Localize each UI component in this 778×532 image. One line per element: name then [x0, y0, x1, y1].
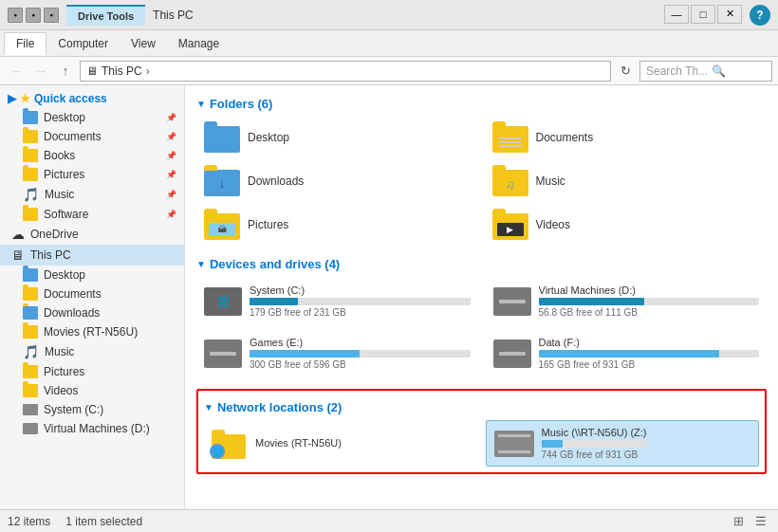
- close-button[interactable]: ✕: [717, 5, 742, 24]
- sidebar-label-documents: Documents: [44, 130, 102, 143]
- main-layout: ▶ ★ Quick access Desktop 📌 Documents 📌 B…: [0, 85, 778, 509]
- forward-button[interactable]: →: [30, 61, 51, 82]
- drive-item-e[interactable]: Games (E:) 300 GB free of 596 GB: [196, 331, 478, 376]
- sidebar-item-vmd[interactable]: Virtual Machines (D:): [0, 419, 184, 438]
- drives-section-header: ▼ Devices and drives (4): [196, 257, 767, 271]
- sidebar-label-pictures: Pictures: [44, 168, 84, 181]
- drive-free-d: 56.8 GB free of 111 GB: [539, 307, 760, 318]
- path-label: This PC: [102, 64, 142, 78]
- folder-item-pictures[interactable]: 🏔 Pictures: [196, 206, 479, 244]
- sidebar-item-music2[interactable]: 🎵 Music: [0, 341, 184, 362]
- drive-free-c: 179 GB free of 231 GB: [250, 307, 471, 318]
- sidebar-label-downloads: Downloads: [44, 306, 100, 320]
- item-count: 12 items: [8, 515, 50, 528]
- sidebar-item-pictures[interactable]: Pictures 📌: [0, 165, 184, 184]
- folder-label-desktop: Desktop: [248, 131, 289, 144]
- network-section-title: Network locations (2): [217, 400, 342, 414]
- folder-item-music[interactable]: ♫ Music: [485, 162, 768, 200]
- menu-computer[interactable]: Computer: [46, 33, 120, 54]
- sidebar-item-documents2[interactable]: Documents: [0, 284, 184, 303]
- folder-item-documents[interactable]: Documents: [485, 119, 768, 156]
- large-icons-view-button[interactable]: ⊞: [729, 512, 748, 531]
- cloud-icon: ☁: [11, 227, 25, 242]
- sidebar-label-desktop: Desktop: [44, 111, 85, 124]
- folder-icon-pics: [23, 365, 38, 378]
- drive-bar-bg-e: [250, 350, 471, 358]
- path-icon: 🖥: [86, 64, 98, 78]
- sidebar-label-music: Music: [45, 188, 74, 201]
- network-movies-name: Movies (RT-N56U): [255, 437, 342, 449]
- folder-label-documents: Documents: [536, 131, 594, 144]
- drive-info-f: Data (F:) 165 GB free of 931 GB: [539, 337, 760, 370]
- sidebar-item-thispc[interactable]: 🖥 This PC: [0, 245, 184, 266]
- folder-item-videos[interactable]: ▶ Videos: [485, 206, 768, 244]
- folder-item-desktop[interactable]: Desktop: [196, 119, 479, 156]
- maximize-button[interactable]: □: [691, 5, 715, 24]
- menu-view[interactable]: View: [120, 33, 167, 54]
- music-icon: 🎵: [23, 187, 39, 202]
- folder-icon-books: [23, 149, 38, 162]
- sidebar-label-thispc: This PC: [30, 248, 71, 262]
- folder-music-icon: ♫: [492, 166, 528, 196]
- drive-info-c: System (C:) 179 GB free of 231 GB: [250, 284, 471, 318]
- sidebar-item-software[interactable]: Software 📌: [0, 205, 184, 224]
- network-item-movies-info: Movies (RT-N56U): [255, 437, 342, 450]
- sidebar-label-videos: Videos: [44, 384, 78, 397]
- folder-icon-movies: [23, 325, 38, 339]
- menu-file[interactable]: File: [4, 32, 46, 55]
- network-music-free: 744 GB free of 931 GB: [542, 449, 647, 460]
- drive-item-c[interactable]: ⊞ System (C:) 179 GB free of 231 GB: [196, 279, 478, 323]
- network-music-name: Music (\\RT-N56U) (Z:): [542, 427, 647, 438]
- window-icon-2: ▪: [26, 8, 41, 23]
- drive-item-f[interactable]: Data (F:) 165 GB free of 931 GB: [486, 331, 768, 376]
- sidebar-item-videos[interactable]: Videos: [0, 381, 184, 400]
- network-music-bar: [542, 440, 563, 448]
- network-item-music[interactable]: Music (\\RT-N56U) (Z:) 744 GB free of 93…: [486, 420, 760, 467]
- folder-item-downloads[interactable]: ↓ Downloads: [196, 162, 479, 200]
- sidebar-item-pictures2[interactable]: Pictures: [0, 362, 184, 381]
- up-button[interactable]: ↑: [55, 61, 76, 82]
- help-button[interactable]: ?: [750, 5, 770, 26]
- drive-icon-d: [493, 287, 531, 316]
- details-view-button[interactable]: ☰: [751, 512, 770, 531]
- title-bar: ▪ ▪ ▪ Drive Tools This PC — □ ✕ ?: [0, 0, 778, 30]
- sidebar: ▶ ★ Quick access Desktop 📌 Documents 📌 B…: [0, 85, 185, 509]
- network-drive-music-icon: [494, 431, 534, 457]
- sidebar-item-desktop2[interactable]: Desktop: [0, 266, 184, 284]
- pin-icon: 📌: [166, 113, 176, 122]
- sidebar-item-books[interactable]: Books 📌: [0, 146, 184, 165]
- sidebar-item-music[interactable]: 🎵 Music 📌: [0, 184, 184, 205]
- sidebar-item-movies[interactable]: Movies (RT-N56U): [0, 322, 184, 341]
- sidebar-label-books: Books: [44, 149, 75, 162]
- sidebar-item-downloads[interactable]: Downloads: [0, 303, 184, 322]
- network-item-movies[interactable]: 🌐 Movies (RT-N56U): [204, 420, 478, 467]
- chevron-right-icon: ▶: [8, 92, 16, 105]
- drive-item-d[interactable]: Virtual Machines (D:) 56.8 GB free of 11…: [486, 279, 768, 323]
- folder-label-pictures: Pictures: [248, 218, 288, 231]
- menu-manage[interactable]: Manage: [167, 33, 231, 54]
- folder-blue-icon: [23, 111, 38, 124]
- address-path[interactable]: 🖥 This PC ›: [80, 61, 611, 82]
- folder-label-videos: Videos: [536, 218, 570, 231]
- minimize-button[interactable]: —: [664, 5, 689, 24]
- search-box[interactable]: Search Th... 🔍: [639, 61, 772, 82]
- content-area: ▼ Folders (6) Desktop: [185, 85, 778, 509]
- folders-chevron-icon: ▼: [196, 99, 206, 109]
- drive-bar-bg-c: [250, 298, 471, 305]
- folder-label-downloads: Downloads: [248, 174, 304, 188]
- window-icon-1: ▪: [8, 8, 23, 23]
- thispc-icon: 🖥: [11, 248, 25, 263]
- sidebar-quick-access[interactable]: ▶ ★ Quick access: [0, 89, 184, 108]
- folder-icon2: [23, 287, 38, 301]
- network-globe-icon: 🌐: [210, 444, 225, 459]
- sidebar-label-onedrive: OneDrive: [30, 228, 79, 241]
- sidebar-item-systemc[interactable]: System (C:): [0, 400, 184, 419]
- sidebar-item-desktop[interactable]: Desktop 📌: [0, 108, 184, 127]
- back-button[interactable]: ←: [6, 61, 27, 82]
- network-section-header: ▼ Network locations (2): [204, 400, 759, 414]
- drive-tools-tab[interactable]: Drive Tools: [66, 5, 145, 26]
- sidebar-item-onedrive[interactable]: ☁ OneDrive: [0, 224, 184, 245]
- sidebar-item-documents[interactable]: Documents 📌: [0, 127, 184, 146]
- refresh-button[interactable]: ↻: [615, 61, 636, 82]
- pin-icon-docs: 📌: [166, 132, 176, 141]
